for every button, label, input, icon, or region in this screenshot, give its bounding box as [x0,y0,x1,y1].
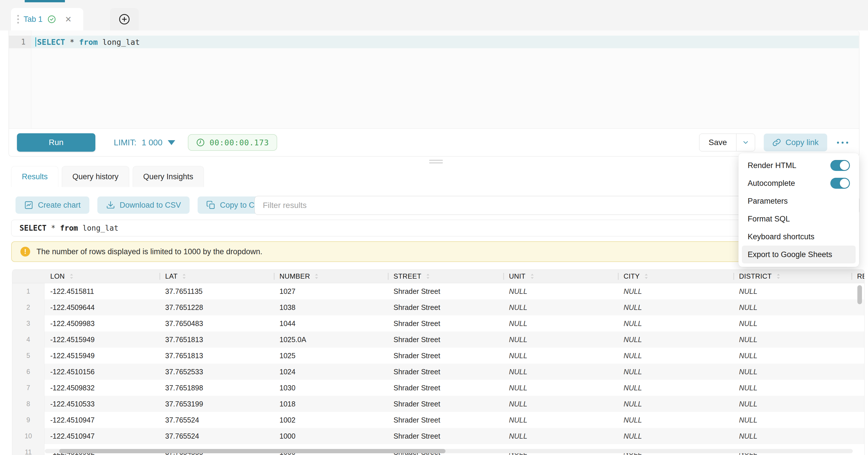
column-header-lat[interactable]: LAT [159,270,274,283]
cell[interactable]: -122.4510156 [44,364,159,380]
column-header-city[interactable]: CITY [618,270,733,283]
cell[interactable]: Shrader Street [388,364,503,380]
cell[interactable]: -122.4510947 [44,428,159,444]
cell[interactable]: NULL [733,428,851,444]
cell[interactable]: NULL [503,428,618,444]
table-row[interactable]: 3-122.450998337.76504831044Shrader Stree… [12,315,864,332]
cell[interactable] [851,396,865,412]
download-to-csv-button[interactable]: Download to CSV [97,196,190,214]
cell[interactable]: NULL [618,347,733,364]
save-button[interactable]: Save [700,134,736,151]
cell[interactable]: NULL [618,380,733,396]
cell[interactable]: 1044 [274,315,388,332]
query-tab[interactable]: Tab 1 ✕ [11,8,83,30]
panel-resize-handle[interactable] [429,160,443,163]
menu-item-keyboard-shortcuts[interactable]: Keyboard shortcuts [742,228,856,246]
cell[interactable]: -122.4509644 [44,299,159,315]
cell[interactable]: NULL [503,283,618,299]
limit-dropdown[interactable]: LIMIT: 1 000 [114,138,175,147]
cell[interactable]: Shrader Street [388,412,503,428]
cell[interactable]: NULL [503,412,618,428]
cell[interactable]: 1025 [274,347,388,364]
cell[interactable]: NULL [503,380,618,396]
cell[interactable]: -122.4515949 [44,347,159,364]
table-row[interactable]: 4-122.451594937.76518131025.0AShrader St… [12,332,864,347]
cell[interactable]: -122.4515811 [44,283,159,299]
cell[interactable] [851,380,865,396]
cell[interactable]: Shrader Street [388,299,503,315]
sort-icon[interactable] [182,273,187,280]
sql-code-line[interactable]: SELECT * from long_lat [31,36,859,48]
cell[interactable]: 37.7651135 [159,283,274,299]
cell[interactable]: NULL [618,428,733,444]
menu-item-render-html[interactable]: Render HTML [742,156,856,174]
autocomplete-toggle[interactable] [830,178,850,189]
cell[interactable]: 1030 [274,380,388,396]
drag-handle-icon[interactable] [17,15,19,24]
cell[interactable]: NULL [733,347,851,364]
sort-icon[interactable] [776,273,781,280]
sort-icon[interactable] [644,273,649,280]
cell[interactable]: -122.4510533 [44,396,159,412]
cell[interactable]: 37.7651813 [159,332,274,347]
horizontal-scrollbar-track[interactable] [45,449,853,453]
cell[interactable] [851,412,865,428]
cell[interactable]: -122.4509983 [44,315,159,332]
tab-results[interactable]: Results [11,166,58,187]
save-options-button[interactable] [737,134,755,151]
cell[interactable]: NULL [733,412,851,428]
cell[interactable]: 37.7651898 [159,380,274,396]
cell[interactable]: 37.7651228 [159,299,274,315]
cell[interactable] [851,444,865,455]
cell[interactable]: NULL [733,396,851,412]
run-button[interactable]: Run [17,133,95,152]
cell[interactable]: NULL [733,364,851,380]
cell[interactable]: Shrader Street [388,380,503,396]
render-html-toggle[interactable] [830,160,850,171]
cell[interactable]: NULL [618,315,733,332]
tab-query-insights[interactable]: Query Insights [133,166,204,187]
cell[interactable]: NULL [733,283,851,299]
cell[interactable]: NULL [503,299,618,315]
tab-query-history[interactable]: Query history [62,166,129,187]
cell[interactable]: 1027 [274,283,388,299]
sort-icon[interactable] [314,273,319,280]
cell[interactable]: NULL [618,364,733,380]
cell[interactable]: -122.4509832 [44,380,159,396]
menu-item-format-sql[interactable]: Format SQL [742,210,856,228]
column-header-unit[interactable]: UNIT [503,270,618,283]
cell[interactable]: 1038 [274,299,388,315]
cell[interactable]: Shrader Street [388,332,503,347]
table-row[interactable]: 2-122.450964437.76512281038Shrader Stree… [12,299,864,315]
cell[interactable]: 37.765524 [159,412,274,428]
more-options-button[interactable] [836,139,849,147]
table-row[interactable]: 1-122.451581137.76511351027Shrader Stree… [12,283,864,299]
cell[interactable]: 37.7652533 [159,364,274,380]
cell[interactable]: NULL [618,396,733,412]
table-row[interactable]: 5-122.451594937.76518131025Shrader Stree… [12,347,864,364]
close-tab-icon[interactable]: ✕ [65,14,71,24]
editor-line-1[interactable]: 1 SELECT * from long_lat [9,36,859,48]
table-row[interactable]: 8-122.451053337.76531991018Shrader Stree… [12,396,864,412]
menu-item-autocomplete[interactable]: Autocomplete [742,174,856,192]
cell[interactable]: 1002 [274,412,388,428]
cell[interactable]: NULL [733,299,851,315]
cell[interactable]: Shrader Street [388,396,503,412]
table-row[interactable]: 10-122.451094737.7655241000Shrader Stree… [12,428,864,444]
cell[interactable]: 1000 [274,428,388,444]
cell[interactable] [851,347,865,364]
cell[interactable] [851,332,865,347]
column-header-re[interactable]: RE [851,270,865,283]
table-row[interactable]: 9-122.451094737.7655241002Shrader Street… [12,412,864,428]
create-chart-button[interactable]: Create chart [16,196,89,214]
cell[interactable] [851,364,865,380]
cell[interactable]: NULL [733,380,851,396]
cell[interactable]: Shrader Street [388,347,503,364]
cell[interactable]: NULL [618,332,733,347]
cell[interactable]: Shrader Street [388,283,503,299]
column-header-district[interactable]: DISTRICT [733,270,851,283]
sort-icon[interactable] [425,273,431,280]
menu-item-parameters[interactable]: Parameters [742,192,856,210]
cell[interactable]: Shrader Street [388,315,503,332]
column-header-street[interactable]: STREET [388,270,503,283]
